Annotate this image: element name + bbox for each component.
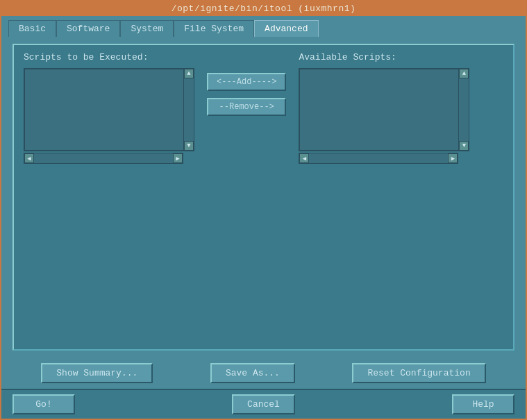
reset-configuration-button[interactable]: Reset Configuration bbox=[352, 363, 485, 383]
available-scripts-section: Available Scripts: ▲ ▼ bbox=[299, 52, 469, 164]
scripts-executed-list-wrapper: ▲ ▼ ◀ bbox=[24, 68, 194, 164]
avail-scroll-track-v bbox=[459, 78, 469, 141]
avail-scroll-up-icon[interactable]: ▲ bbox=[459, 69, 469, 78]
tab-system[interactable]: System bbox=[120, 20, 174, 37]
scroll-track-h bbox=[34, 153, 173, 163]
scrollbar-h-row: ◀ ▶ bbox=[24, 153, 194, 164]
window-title: /opt/ignite/bin/itool (iuxmhrn1) bbox=[172, 3, 356, 14]
main-content: Scripts to be Executed: ▲ ▼ bbox=[1, 37, 526, 358]
scripts-executed-scrollbar-h: ◀ ▶ bbox=[24, 153, 183, 164]
avail-scroll-down-icon[interactable]: ▼ bbox=[459, 141, 469, 151]
add-button[interactable]: <---Add----> bbox=[207, 73, 286, 91]
tab-row: Basic Software System File System Advanc… bbox=[1, 16, 526, 37]
scroll-track-v bbox=[184, 78, 194, 141]
avail-scroll-right-icon[interactable]: ▶ bbox=[448, 153, 458, 163]
scroll-down-icon[interactable]: ▼ bbox=[184, 141, 194, 151]
avail-scroll-left-icon[interactable]: ◀ bbox=[299, 153, 309, 163]
scripts-area: Scripts to be Executed: ▲ ▼ bbox=[24, 52, 503, 342]
avail-scrollbar-h-row: ◀ ▶ bbox=[299, 153, 469, 164]
available-scripts-label: Available Scripts: bbox=[299, 52, 469, 62]
tab-basic[interactable]: Basic bbox=[8, 20, 56, 37]
main-window: /opt/ignite/bin/itool (iuxmhrn1) Basic S… bbox=[0, 0, 527, 420]
tab-filesystem[interactable]: File System bbox=[174, 20, 254, 37]
scripts-executed-inner: ▲ ▼ bbox=[24, 68, 194, 151]
available-scripts-scrollbar-h: ◀ ▶ bbox=[299, 153, 458, 164]
scripts-executed-section: Scripts to be Executed: ▲ ▼ bbox=[24, 52, 194, 164]
tab-advanced[interactable]: Advanced bbox=[254, 20, 318, 37]
available-scripts-listbox[interactable] bbox=[299, 68, 458, 151]
tab-software[interactable]: Software bbox=[56, 20, 120, 37]
title-bar: /opt/ignite/bin/itool (iuxmhrn1) bbox=[1, 1, 526, 16]
remove-button[interactable]: --Remove--> bbox=[207, 98, 286, 116]
available-scripts-scrollbar-v: ▲ ▼ bbox=[458, 68, 469, 151]
show-summary-button[interactable]: Show Summary... bbox=[41, 363, 153, 383]
available-scripts-list-wrapper: ▲ ▼ ◀ bbox=[299, 68, 469, 164]
scripts-executed-listbox[interactable] bbox=[24, 68, 183, 151]
scroll-right-icon[interactable]: ▶ bbox=[173, 153, 183, 163]
footer-row: Go! Cancel Help bbox=[1, 389, 526, 419]
scripts-executed-label: Scripts to be Executed: bbox=[24, 52, 194, 62]
avail-scroll-track-h bbox=[309, 153, 448, 163]
scroll-up-icon[interactable]: ▲ bbox=[184, 69, 194, 78]
cancel-button[interactable]: Cancel bbox=[232, 394, 295, 414]
help-button[interactable]: Help bbox=[452, 394, 515, 414]
available-scripts-inner: ▲ ▼ bbox=[299, 68, 469, 151]
scripts-executed-scrollbar-v: ▲ ▼ bbox=[183, 68, 194, 151]
go-button[interactable]: Go! bbox=[12, 394, 75, 414]
save-as-button[interactable]: Save As... bbox=[210, 363, 295, 383]
scroll-left-icon[interactable]: ◀ bbox=[24, 153, 34, 163]
panel-box: Scripts to be Executed: ▲ ▼ bbox=[12, 44, 515, 351]
bottom-row: Show Summary... Save As... Reset Configu… bbox=[1, 358, 526, 389]
middle-buttons: <---Add----> --Remove--> bbox=[201, 52, 292, 116]
